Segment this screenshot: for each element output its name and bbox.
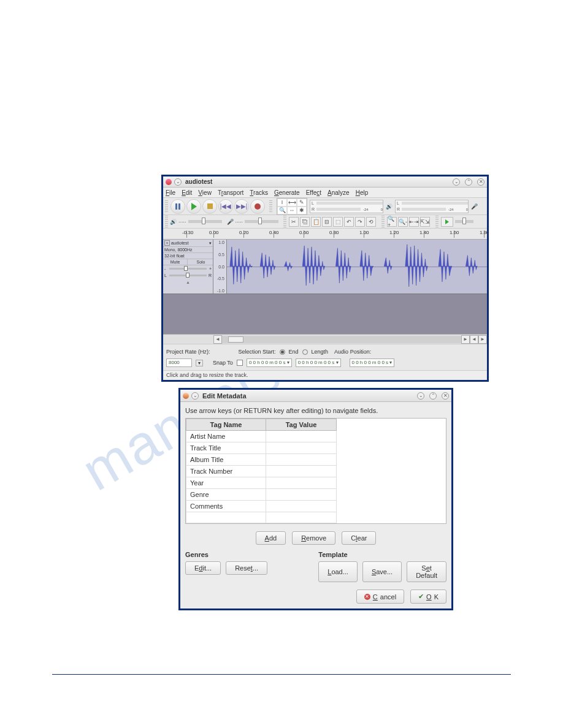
playback-meter[interactable]: L R-240 (310, 200, 383, 213)
ok-button[interactable]: ✔OK (410, 590, 446, 604)
rate-dropdown-icon[interactable]: ▾ (196, 360, 203, 366)
menu-transport[interactable]: Transport (218, 189, 243, 196)
pause-button[interactable] (170, 199, 185, 214)
snap-checkbox[interactable] (237, 360, 243, 366)
speed-slider[interactable] (455, 220, 473, 223)
window-menu-icon[interactable]: ⌄ (191, 392, 199, 400)
load-template-button[interactable]: Load... (318, 561, 358, 582)
vertical-scale[interactable]: 1.0 0.5 0.0 -0.5 -1.0 (213, 240, 227, 294)
redo-icon[interactable]: ↷ (355, 217, 365, 227)
waveform-display[interactable] (227, 240, 487, 294)
value-cell[interactable] (266, 501, 337, 512)
output-volume[interactable]: 🔊····· (170, 219, 222, 225)
scroll-right-icon[interactable]: ► (461, 335, 470, 344)
collapse-icon[interactable]: ▲ (163, 279, 213, 284)
pan-slider[interactable]: LR (163, 272, 213, 279)
zoom-out-icon[interactable]: 🔍- (398, 217, 408, 227)
track-control-panel[interactable]: xaudiotest▾ Mono, 8000Hz 32-bit float Mu… (163, 240, 213, 294)
mute-button[interactable]: Mute (163, 259, 188, 265)
position-time-input[interactable]: 0 0 h 0 0 m 0 0 s ▾ (350, 358, 395, 367)
menu-tracks[interactable]: Tracks (250, 189, 268, 196)
menu-edit[interactable]: Edit (182, 189, 192, 196)
fit-selection-icon[interactable]: ⇤⇥ (409, 217, 419, 227)
value-cell[interactable] (266, 431, 337, 442)
titlebar[interactable]: ⌄ audiotest ⌄ ⌃ ✕ (163, 176, 487, 188)
cancel-button[interactable]: ✕Cancel (356, 590, 404, 604)
minimize-icon[interactable]: ⌄ (417, 392, 424, 400)
toolbar-grabber[interactable] (283, 216, 286, 228)
undo-icon[interactable]: ↶ (344, 217, 354, 227)
value-cell[interactable] (266, 489, 337, 501)
tag-cell[interactable]: Artist Name (186, 431, 266, 442)
cut-icon[interactable]: ✂ (289, 217, 299, 227)
length-radio[interactable] (302, 349, 308, 355)
scroll-bottom-right-icon[interactable]: ► (478, 335, 487, 344)
value-cell[interactable] (266, 512, 337, 523)
play-at-speed-button[interactable] (441, 217, 453, 227)
scroll-left-icon[interactable]: ◄ (213, 335, 222, 344)
minimize-icon[interactable]: ⌄ (453, 178, 460, 186)
start-time-input[interactable]: 0 0 h 0 0 m 0 0 s ▾ (247, 358, 292, 367)
tag-cell[interactable]: Comments (186, 501, 266, 512)
scroll-thumb[interactable] (228, 336, 243, 343)
save-template-button[interactable]: Save... (362, 561, 402, 582)
stop-button[interactable] (202, 199, 217, 214)
input-volume[interactable]: 🎤····· (227, 219, 279, 225)
envelope-tool-icon[interactable]: ⟷ (287, 199, 297, 207)
gain-slider[interactable]: -+ (163, 265, 213, 272)
menu-help[interactable]: Help (356, 189, 369, 196)
tag-cell[interactable]: Genre (186, 489, 266, 501)
menu-file[interactable]: File (166, 189, 175, 196)
toolbar-grabber[interactable] (165, 216, 168, 228)
toolbar-grabber[interactable] (435, 216, 439, 228)
edit-genres-button[interactable]: Edit... (185, 561, 221, 575)
value-cell[interactable] (266, 454, 337, 466)
set-default-button[interactable]: Set Default (407, 561, 446, 582)
timeshift-tool-icon[interactable]: ↔ (287, 207, 297, 214)
remove-button[interactable]: Remove (292, 531, 335, 545)
play-button[interactable] (186, 199, 201, 214)
timeline-ruler[interactable]: -0.30 0.00 0.20 0.40 0.60 0.80 1.00 1.20… (163, 229, 487, 240)
draw-tool-icon[interactable]: ✎ (297, 199, 307, 207)
add-button[interactable]: Add (256, 531, 286, 545)
value-cell[interactable] (266, 466, 337, 477)
tag-cell[interactable]: Year (186, 477, 266, 489)
zoom-tool-icon[interactable]: 🔍 (277, 207, 287, 214)
window-menu-icon[interactable]: ⌄ (174, 178, 182, 186)
fit-project-icon[interactable]: ⇱⇲ (420, 217, 430, 227)
maximize-icon[interactable]: ⌃ (429, 392, 437, 400)
record-meter[interactable]: L R-240 (395, 200, 469, 213)
header-tag-name[interactable]: Tag Name (186, 419, 266, 431)
solo-button[interactable]: Solo (189, 259, 213, 265)
value-cell[interactable] (266, 442, 337, 454)
titlebar[interactable]: ⌄ Edit Metadata ⌄ ⌃ ✕ (180, 390, 451, 402)
track-name[interactable]: audiotest (171, 241, 188, 245)
end-radio[interactable] (280, 349, 285, 355)
rate-input[interactable]: 8000 (166, 358, 192, 367)
end-time-input[interactable]: 0 0 h 0 0 m 0 0 s ▾ (296, 358, 341, 367)
paste-icon[interactable]: 📋 (311, 217, 321, 227)
menu-view[interactable]: View (198, 189, 212, 196)
maximize-icon[interactable]: ⌃ (465, 178, 472, 186)
tag-cell[interactable]: Track Title (186, 442, 266, 454)
value-cell[interactable] (266, 477, 337, 489)
multi-tool-icon[interactable]: ✱ (297, 207, 307, 214)
record-button[interactable] (250, 199, 265, 214)
silence-icon[interactable]: ⬚ (333, 217, 343, 227)
menu-analyze[interactable]: Analyze (327, 189, 350, 196)
zoom-in-icon[interactable]: 🔍+ (387, 217, 397, 227)
scroll-bottom-left-icon[interactable]: ◄ (470, 335, 478, 344)
track-close-icon[interactable]: x (164, 240, 170, 246)
tag-cell[interactable]: Album Title (186, 454, 266, 466)
close-icon[interactable]: ✕ (477, 178, 484, 186)
skip-end-button[interactable]: ▶▶| (234, 199, 249, 214)
close-icon[interactable]: ✕ (442, 392, 449, 400)
sync-icon[interactable]: ⟲ (366, 217, 376, 227)
toolbar-grabber[interactable] (381, 216, 385, 228)
trim-icon[interactable]: ⊟ (322, 217, 332, 227)
copy-icon[interactable]: ⿻ (300, 217, 310, 227)
tag-cell[interactable] (186, 512, 266, 523)
reset-genres-button[interactable]: Reset... (226, 561, 267, 575)
empty-track-area[interactable] (163, 294, 487, 334)
menu-generate[interactable]: Generate (274, 189, 300, 196)
